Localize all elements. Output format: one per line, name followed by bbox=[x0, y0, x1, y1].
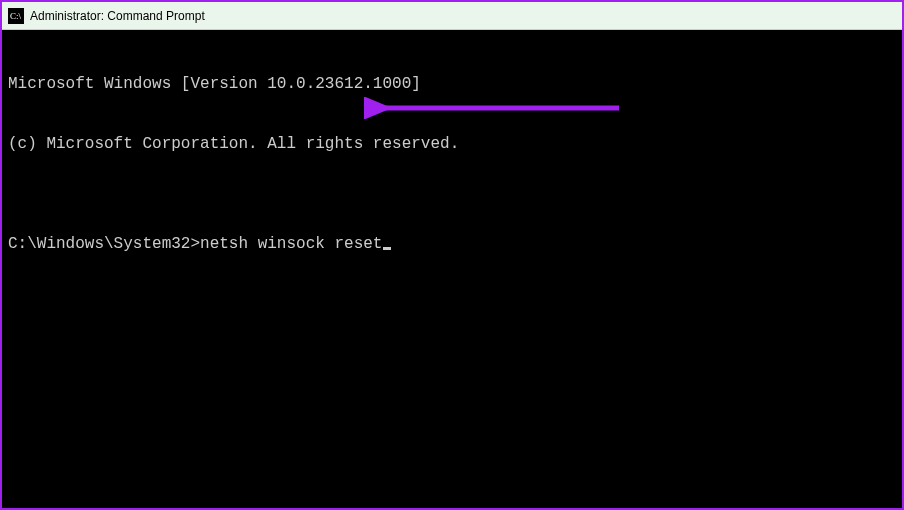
terminal-line-version: Microsoft Windows [Version 10.0.23612.10… bbox=[8, 74, 896, 94]
text-cursor bbox=[383, 247, 391, 250]
terminal-prompt-line: C:\Windows\System32>netsh winsock reset bbox=[8, 234, 896, 254]
cmd-icon: C:\ bbox=[8, 8, 24, 24]
titlebar[interactable]: C:\ Administrator: Command Prompt bbox=[2, 2, 902, 30]
terminal-line-copyright: (c) Microsoft Corporation. All rights re… bbox=[8, 134, 896, 154]
prompt-path: C:\Windows\System32> bbox=[8, 235, 200, 253]
svg-text:C:\: C:\ bbox=[10, 11, 22, 21]
typed-command: netsh winsock reset bbox=[200, 235, 382, 253]
terminal-area[interactable]: Microsoft Windows [Version 10.0.23612.10… bbox=[2, 30, 902, 508]
window-title: Administrator: Command Prompt bbox=[30, 9, 205, 23]
annotation-arrow-icon bbox=[364, 97, 624, 119]
